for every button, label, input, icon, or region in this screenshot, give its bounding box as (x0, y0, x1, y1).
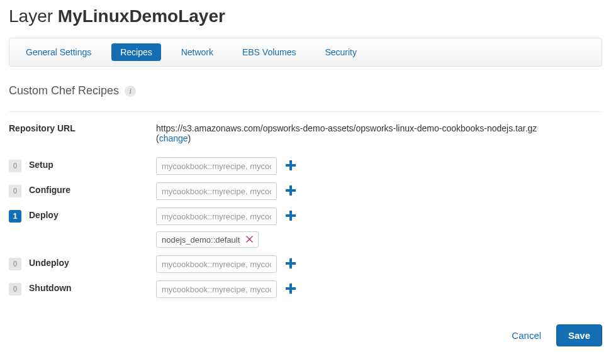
repository-url-label: Repository URL (9, 123, 76, 133)
undeploy-label: Undeploy (29, 258, 69, 268)
configure-count-badge: 0 (9, 185, 21, 197)
plus-icon (286, 160, 296, 170)
tab-bar: General Settings Recipes Network EBS Vol… (9, 38, 602, 67)
lifecycle-row-deploy: 1 Deploy nodejs_demo::default (9, 207, 602, 248)
tab-network[interactable]: Network (172, 43, 222, 61)
section-title: Custom Chef Recipes i (9, 84, 602, 97)
close-icon (246, 236, 253, 243)
tab-ebs-volumes[interactable]: EBS Volumes (233, 43, 305, 61)
deploy-recipe-chip-remove[interactable] (246, 234, 253, 245)
plus-icon (286, 185, 296, 196)
lifecycle-row-setup: 0 Setup (9, 157, 602, 175)
cancel-button[interactable]: Cancel (512, 330, 541, 341)
shutdown-label: Shutdown (29, 283, 72, 293)
page-title-name: MyLinuxDemoLayer (58, 6, 225, 26)
plus-icon (286, 258, 296, 268)
save-button[interactable]: Save (556, 324, 602, 346)
tab-recipes[interactable]: Recipes (111, 43, 161, 61)
repository-url-value: https://s3.amazonaws.com/opsworks-demo-a… (156, 123, 537, 133)
tab-general-settings[interactable]: General Settings (17, 43, 100, 61)
setup-add-button[interactable] (286, 160, 296, 172)
footer-actions: Cancel Save (9, 306, 602, 346)
shutdown-count-badge: 0 (9, 283, 21, 295)
undeploy-add-button[interactable] (286, 258, 296, 270)
repository-url-change-wrap: (change) (156, 133, 191, 143)
page-title-prefix: Layer (9, 6, 53, 26)
plus-icon (286, 211, 296, 221)
deploy-count-badge: 1 (9, 210, 21, 223)
setup-count-badge: 0 (9, 160, 21, 172)
repository-url-row: Repository URL https://s3.amazonaws.com/… (9, 123, 602, 143)
deploy-add-button[interactable] (286, 210, 296, 223)
lifecycle-row-configure: 0 Configure (9, 182, 602, 200)
plus-icon (286, 284, 296, 294)
setup-recipe-input[interactable] (156, 157, 277, 175)
shutdown-add-button[interactable] (286, 283, 296, 295)
undeploy-count-badge: 0 (9, 258, 21, 270)
deploy-recipe-input[interactable] (156, 207, 277, 225)
undeploy-recipe-input[interactable] (156, 255, 277, 273)
info-icon[interactable]: i (125, 85, 136, 97)
divider (9, 111, 602, 112)
configure-recipe-input[interactable] (156, 182, 277, 200)
shutdown-recipe-input[interactable] (156, 280, 277, 298)
deploy-label: Deploy (29, 210, 59, 220)
tab-security[interactable]: Security (316, 43, 366, 61)
configure-add-button[interactable] (286, 185, 296, 197)
configure-label: Configure (29, 185, 70, 195)
lifecycle-row-undeploy: 0 Undeploy (9, 255, 602, 273)
repository-url-change-link[interactable]: change (159, 133, 188, 143)
setup-label: Setup (29, 160, 53, 170)
deploy-recipe-chip: nodejs_demo::default (156, 231, 259, 248)
deploy-recipe-chip-text: nodejs_demo::default (162, 235, 240, 245)
section-title-text: Custom Chef Recipes (9, 84, 119, 97)
page-title: Layer MyLinuxDemoLayer (9, 6, 602, 26)
lifecycle-row-shutdown: 0 Shutdown (9, 280, 602, 298)
